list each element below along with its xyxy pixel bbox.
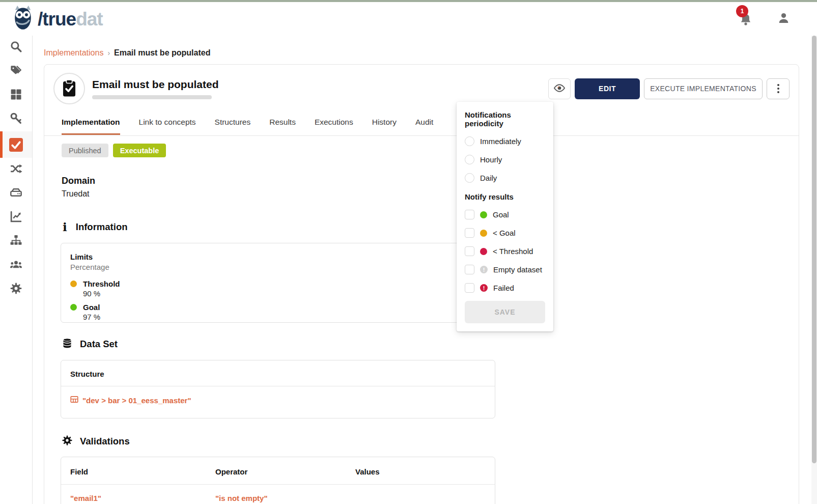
radio-icon[interactable] bbox=[465, 173, 474, 183]
radio-icon[interactable] bbox=[465, 136, 474, 146]
breadcrumb-implementations-link[interactable]: Implementations bbox=[44, 48, 103, 58]
checkbox-icon[interactable] bbox=[465, 210, 474, 219]
page-scrollbar[interactable] bbox=[811, 36, 817, 504]
check-square-icon bbox=[9, 138, 23, 152]
scrollbar-thumb[interactable] bbox=[812, 36, 816, 463]
column-values: Values bbox=[355, 457, 486, 484]
truedat-logo[interactable]: /truedat bbox=[11, 5, 103, 33]
tags-icon bbox=[10, 64, 22, 79]
periodicity-option-hourly[interactable]: Hourly bbox=[465, 155, 545, 164]
checkbox-icon[interactable] bbox=[465, 265, 474, 274]
limits-subtitle: Percentage bbox=[70, 263, 486, 271]
sidebar-item-settings[interactable] bbox=[0, 277, 32, 301]
domain-label: Domain bbox=[62, 176, 799, 186]
validation-operator: "is not empty" bbox=[215, 485, 355, 504]
goal-value: 97 % bbox=[83, 313, 486, 321]
users-icon bbox=[10, 258, 22, 273]
sidebar-item-search[interactable] bbox=[0, 36, 32, 60]
sidebar-item-permissions[interactable] bbox=[0, 107, 32, 131]
notify-option-goal[interactable]: Goal bbox=[465, 210, 545, 219]
execute-implementations-button[interactable]: EXECUTE IMPLEMENTATIONS bbox=[644, 78, 763, 99]
checkbox-icon[interactable] bbox=[465, 228, 474, 238]
sidebar-item-systems[interactable] bbox=[0, 182, 32, 206]
failed-error-icon: ! bbox=[480, 284, 488, 292]
threshold-value: 90 % bbox=[83, 289, 486, 298]
below-goal-status-dot-icon bbox=[480, 230, 487, 237]
sidebar bbox=[0, 36, 33, 504]
domain-value: Truedat bbox=[62, 189, 799, 199]
edit-button[interactable]: EDIT bbox=[575, 78, 640, 99]
page-title: Email must be populated bbox=[92, 78, 219, 91]
goal-dot-icon bbox=[70, 304, 77, 311]
periodicity-option-daily[interactable]: Daily bbox=[465, 173, 545, 183]
sidebar-item-users[interactable] bbox=[0, 254, 32, 277]
breadcrumb: Implementations › Email must be populate… bbox=[44, 48, 811, 58]
notify-option-empty-dataset[interactable]: ! Empty dataset bbox=[465, 265, 545, 274]
validation-row: "email1" "is not empty" bbox=[61, 485, 495, 504]
executable-badge: Executable bbox=[113, 144, 166, 157]
owl-logo-icon bbox=[11, 5, 35, 33]
sidebar-item-taxonomy[interactable] bbox=[0, 230, 32, 254]
tab-history[interactable]: History bbox=[372, 118, 397, 135]
structure-link[interactable]: "dev > bar > 01_eess_master" bbox=[61, 386, 495, 414]
notify-option-below-threshold[interactable]: < Threshold bbox=[465, 246, 545, 256]
implementation-card: Email must be populated EDIT EXECUTE IMP… bbox=[44, 64, 799, 504]
sidebar-item-dashboards[interactable] bbox=[0, 206, 32, 230]
sidebar-item-tags[interactable] bbox=[0, 60, 32, 83]
tab-executions[interactable]: Executions bbox=[315, 118, 353, 135]
eye-icon bbox=[553, 82, 566, 96]
breadcrumb-current: Email must be populated bbox=[114, 48, 210, 58]
search-icon bbox=[10, 40, 22, 55]
sidebar-item-lineage[interactable] bbox=[0, 158, 32, 182]
threshold-label: Threshold bbox=[83, 279, 120, 288]
save-button[interactable]: SAVE bbox=[465, 301, 545, 323]
watch-notifications-button[interactable] bbox=[548, 78, 571, 99]
structure-panel-title: Structure bbox=[61, 360, 495, 386]
breadcrumb-separator: › bbox=[107, 49, 110, 57]
empty-dataset-warning-icon: ! bbox=[480, 266, 488, 273]
info-icon: i bbox=[63, 221, 67, 233]
hard-drive-icon bbox=[10, 186, 22, 201]
checkbox-icon[interactable] bbox=[465, 246, 474, 256]
checkbox-icon[interactable] bbox=[465, 283, 474, 293]
goal-status-dot-icon bbox=[480, 211, 487, 218]
tab-structures[interactable]: Structures bbox=[215, 118, 251, 135]
radio-icon[interactable] bbox=[465, 155, 474, 164]
status-badge: Published bbox=[62, 144, 108, 157]
key-icon bbox=[10, 112, 22, 127]
tab-implementation[interactable]: Implementation bbox=[62, 118, 120, 135]
line-chart-icon bbox=[10, 210, 22, 225]
validations-gear-icon bbox=[62, 435, 73, 448]
goal-label: Goal bbox=[83, 303, 100, 312]
column-field: Field bbox=[70, 457, 215, 484]
notify-option-failed[interactable]: ! Failed bbox=[465, 283, 545, 293]
app-header: /truedat 1 bbox=[0, 2, 817, 36]
limits-title: Limits bbox=[70, 253, 486, 261]
database-icon bbox=[62, 337, 73, 351]
notify-option-below-goal[interactable]: < Goal bbox=[465, 228, 545, 238]
validation-values bbox=[355, 485, 486, 504]
notifications-dropdown: Notifications periodicity Immediately Ho… bbox=[457, 102, 553, 331]
user-menu-button[interactable] bbox=[777, 11, 791, 27]
column-operator: Operator bbox=[215, 457, 355, 484]
validations-panel: Field Operator Values "email1" "is not e… bbox=[61, 457, 495, 504]
sidebar-item-quality[interactable] bbox=[0, 131, 32, 158]
information-section-title: Information bbox=[76, 221, 128, 233]
logo-wordmark: /truedat bbox=[38, 10, 103, 29]
grid-icon bbox=[10, 88, 22, 103]
tab-results[interactable]: Results bbox=[269, 118, 296, 135]
gear-icon bbox=[10, 282, 22, 297]
tab-link-to-concepts[interactable]: Link to concepts bbox=[139, 118, 196, 135]
notification-count-badge: 1 bbox=[736, 5, 748, 17]
periodicity-option-immediately[interactable]: Immediately bbox=[465, 136, 545, 146]
periodicity-title: Notifications periodicity bbox=[465, 110, 545, 128]
notifications-bell-button[interactable]: 1 bbox=[739, 11, 752, 26]
sidebar-item-modules[interactable] bbox=[0, 83, 32, 107]
more-options-button[interactable] bbox=[767, 78, 790, 99]
notify-results-title: Notify results bbox=[465, 192, 545, 201]
shuffle-icon bbox=[10, 162, 22, 177]
limits-panel: Limits Percentage Threshold 90 % Goal 97… bbox=[61, 243, 495, 323]
structure-panel: Structure "dev > bar > 01_eess_master" bbox=[61, 360, 495, 418]
title-progress-bar bbox=[92, 95, 212, 99]
tab-audit[interactable]: Audit bbox=[415, 118, 433, 135]
